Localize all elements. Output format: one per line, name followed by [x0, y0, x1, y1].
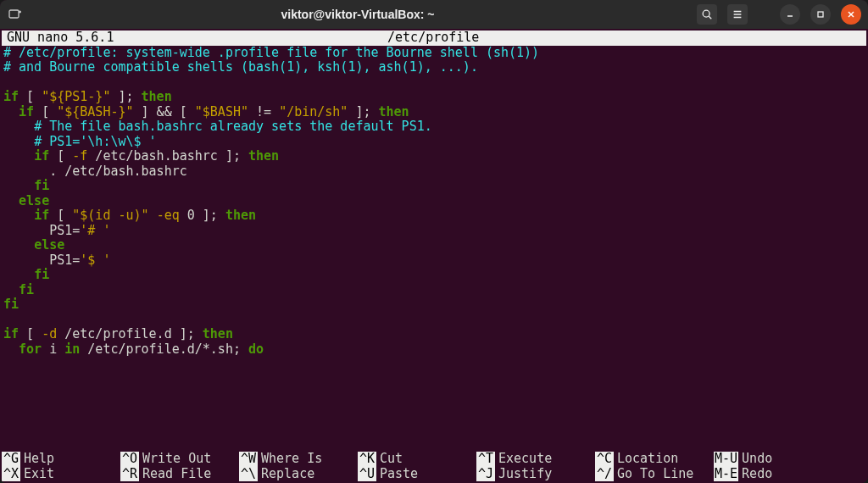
shortcut-key: ^R — [120, 467, 139, 482]
editor-content[interactable]: # /etc/profile: system-wide .profile fil… — [2, 46, 866, 358]
shortcut-label: Undo — [742, 452, 772, 467]
shortcut-where-is: ^WWhere Is — [239, 452, 358, 467]
close-button[interactable] — [841, 4, 861, 25]
shortcut-help: ^GHelp — [2, 452, 120, 467]
shortcut-go-to-line: ^/Go To Line — [595, 467, 714, 482]
code-line: else — [3, 238, 865, 253]
shortcut-write-out: ^OWrite Out — [120, 452, 239, 467]
code-line: # /etc/profile: system-wide .profile fil… — [3, 46, 865, 61]
shortcut-label: Read File — [142, 467, 211, 482]
shortcut-key: M-U — [714, 452, 738, 467]
code-line — [3, 75, 865, 91]
code-line — [3, 313, 865, 328]
shortcut-redo: M-ERedo — [714, 467, 798, 482]
window-title: viktor@viktor-VirtualBox: ~ — [29, 8, 687, 21]
code-line: for i in /etc/profile.d/*.sh; do — [3, 342, 865, 358]
code-line: if [ "${BASH-}" ] && [ "$BASH" != "/bin/… — [3, 105, 865, 120]
nano-header: GNU nano 5.6.1 /etc/profile — [2, 31, 866, 46]
shortcut-key: ^G — [2, 452, 20, 467]
shortcut-replace: ^\Replace — [239, 467, 358, 482]
code-line: if [ "${PS1-}" ]; then — [3, 90, 865, 105]
shortcut-paste: ^UPaste — [358, 467, 476, 482]
code-line: else — [3, 194, 865, 209]
shortcut-key: ^/ — [595, 467, 614, 482]
nano-shortcuts: ^GHelp^OWrite Out^WWhere Is^KCut^TExecut… — [2, 452, 866, 481]
shortcut-location: ^CLocation — [595, 452, 714, 467]
new-tab-icon[interactable] — [7, 6, 24, 23]
shortcut-key: ^T — [476, 452, 495, 467]
code-line: . /etc/bash.bashrc — [3, 164, 865, 180]
nano-filename: /etc/profile — [119, 31, 866, 46]
code-line: PS1='$ ' — [3, 253, 865, 269]
shortcut-label: Help — [24, 452, 54, 467]
minimize-button[interactable] — [780, 4, 800, 25]
code-line: # PS1='\h:\w\$ ' — [3, 135, 865, 150]
terminal-window: viktor@viktor-VirtualBox: ~ GNU nano 5.6… — [0, 0, 868, 483]
maximize-button[interactable] — [810, 4, 831, 25]
shortcut-key: ^K — [358, 452, 376, 467]
shortcut-label: Execute — [498, 452, 552, 467]
code-line: if [ -f /etc/bash.bashrc ]; then — [3, 149, 865, 164]
terminal-body[interactable]: GNU nano 5.6.1 /etc/profile # /etc/profi… — [0, 29, 868, 483]
shortcut-execute: ^TExecute — [476, 452, 595, 467]
shortcut-key: ^\ — [239, 467, 258, 482]
shortcut-key: M-E — [714, 467, 738, 482]
code-line: if [ -d /etc/profile.d ]; then — [3, 327, 865, 342]
menu-button[interactable] — [727, 4, 748, 25]
shortcut-label: Justify — [498, 467, 552, 482]
shortcut-key: ^C — [595, 452, 614, 467]
search-button[interactable] — [697, 4, 717, 25]
shortcut-label: Where Is — [261, 452, 322, 467]
shortcut-key: ^O — [120, 452, 139, 467]
shortcut-cut: ^KCut — [358, 452, 476, 467]
svg-rect-0 — [9, 10, 19, 18]
shortcut-read-file: ^RRead File — [120, 467, 239, 482]
code-line: fi — [3, 297, 865, 313]
svg-rect-9 — [818, 12, 823, 17]
shortcut-exit: ^XExit — [2, 467, 120, 482]
code-line: # and Bourne compatible shells (bash(1),… — [3, 60, 865, 75]
window-titlebar: viktor@viktor-VirtualBox: ~ — [0, 0, 868, 29]
shortcut-undo: M-UUndo — [714, 452, 798, 467]
shortcut-label: Paste — [380, 467, 418, 482]
nano-version: GNU nano 5.6.1 — [2, 31, 119, 46]
shortcut-label: Cut — [380, 452, 403, 467]
code-line: fi — [3, 179, 865, 194]
code-line: # The file bash.bashrc already sets the … — [3, 119, 865, 135]
shortcut-justify: ^JJustify — [476, 467, 595, 482]
shortcut-label: Replace — [261, 467, 314, 482]
code-line: PS1='# ' — [3, 224, 865, 239]
code-line: fi — [3, 283, 865, 298]
code-line: fi — [3, 268, 865, 283]
shortcut-label: Location — [617, 452, 678, 467]
shortcut-label: Go To Line — [617, 467, 693, 482]
svg-line-4 — [709, 16, 711, 19]
shortcut-label: Exit — [24, 467, 54, 482]
svg-point-3 — [703, 10, 709, 17]
code-line: if [ "$(id -u)" -eq 0 ]; then — [3, 208, 865, 224]
shortcut-label: Redo — [742, 467, 772, 482]
shortcut-key: ^U — [358, 467, 376, 482]
shortcut-key: ^J — [476, 467, 495, 482]
shortcut-label: Write Out — [142, 452, 211, 467]
shortcut-key: ^X — [2, 467, 20, 482]
shortcut-key: ^W — [239, 452, 258, 467]
